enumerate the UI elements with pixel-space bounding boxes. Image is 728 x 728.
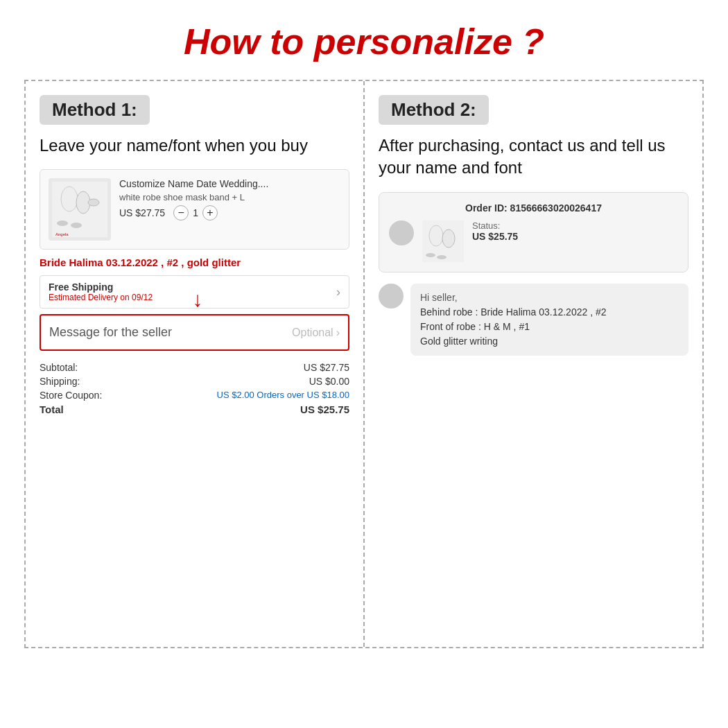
red-arrow-icon: ↓ — [193, 288, 203, 311]
chat-line2: Front of robe : H & M , #1 — [420, 320, 679, 334]
personalization-note: Bride Halima 03.12.2022 , #2 , gold glit… — [40, 257, 349, 268]
optional-label: Optional › — [292, 327, 340, 339]
message-label: Message for the seller — [49, 325, 172, 340]
method2-description: After purchasing, contact us and tell us… — [379, 135, 688, 180]
total-value: US $25.75 — [300, 404, 349, 415]
message-box-wrapper: ↓ Message for the seller Optional › — [40, 314, 349, 351]
svg-text:Angela: Angela — [55, 232, 69, 236]
coupon-value[interactable]: US $2.00 Orders over US $18.00 — [217, 390, 350, 401]
order-id: Order ID: 81566663020026417 — [389, 202, 678, 214]
svg-point-4 — [71, 223, 82, 228]
chat-line1: Behind robe : Bride Halima 03.12.2022 , … — [420, 305, 679, 320]
chat-greeting: Hi seller, — [420, 291, 679, 305]
chat-line3: Gold glitter writing — [420, 334, 679, 349]
order-status-info: Status: US $25.75 — [472, 220, 678, 242]
shipping-title: Free Shipping — [49, 281, 153, 293]
total-label: Total — [40, 404, 64, 415]
message-chevron-icon: › — [336, 327, 340, 339]
method2-panel: Method 2: After purchasing, contact us a… — [365, 81, 702, 647]
coupon-row: Store Coupon: US $2.00 Orders over US $1… — [40, 390, 349, 401]
svg-point-11 — [437, 255, 447, 259]
method2-badge: Method 2: — [379, 95, 489, 125]
svg-point-3 — [57, 220, 68, 226]
coupon-label: Store Coupon: — [40, 390, 102, 401]
shipping-subtitle: Estimated Delivery on 09/12 — [49, 293, 153, 302]
shipping-cost-value: US $0.00 — [309, 376, 349, 387]
shipping-chevron-icon: › — [336, 285, 340, 300]
page-title: How to personalize ? — [184, 21, 544, 62]
message-for-seller-input[interactable]: Message for the seller Optional › — [40, 314, 349, 351]
product-variant: white robe shoe mask band + L — [119, 192, 340, 202]
chat-section: Hi seller, Behind robe : Bride Halima 03… — [379, 284, 688, 356]
shipping-label: Shipping: — [40, 376, 80, 387]
svg-point-9 — [442, 229, 455, 248]
order-detail-row: Status: US $25.75 — [389, 220, 678, 262]
shipping-info: Free Shipping Estimated Delivery on 09/1… — [49, 281, 153, 302]
qty-increase-button[interactable]: + — [202, 205, 218, 220]
subtotal-value: US $27.75 — [304, 362, 349, 373]
status-label: Status: — [472, 220, 678, 231]
quantity-control: − 1 + — [173, 205, 218, 220]
product-name: Customize Name Date Wedding.... — [119, 178, 340, 189]
order-price: US $25.75 — [472, 231, 678, 242]
chat-avatar-icon — [379, 284, 404, 309]
subtotal-row: Subtotal: US $27.75 — [40, 362, 349, 373]
svg-point-10 — [426, 253, 435, 257]
svg-point-8 — [429, 225, 443, 246]
chat-bubble: Hi seller, Behind robe : Bride Halima 03… — [410, 284, 688, 356]
shipping-cost-row: Shipping: US $0.00 — [40, 376, 349, 387]
product-info: Customize Name Date Wedding.... white ro… — [119, 178, 340, 220]
subtotal-label: Subtotal: — [40, 362, 78, 373]
order-card: Order ID: 81566663020026417 Status: US $… — [379, 192, 688, 272]
method1-badge: Method 1: — [40, 95, 150, 125]
total-row: Total US $25.75 — [40, 404, 349, 415]
order-summary: Subtotal: US $27.75 Shipping: US $0.00 S… — [40, 362, 349, 415]
product-card: Angela Customize Name Date Wedding.... w… — [40, 169, 349, 250]
avatar-icon — [389, 220, 414, 245]
main-container: Method 1: Leave your name/font when you … — [24, 80, 704, 648]
method1-description: Leave your name/font when you buy — [40, 135, 349, 157]
qty-value: 1 — [193, 207, 198, 218]
qty-decrease-button[interactable]: − — [173, 205, 189, 220]
method1-panel: Method 1: Leave your name/font when you … — [26, 81, 365, 647]
product-thumbnail: Angela — [49, 178, 111, 241]
svg-point-5 — [88, 199, 99, 206]
shipping-date: 09/12 — [132, 293, 153, 302]
product-price: US $27.75 — [119, 207, 165, 218]
order-item-thumbnail — [422, 220, 464, 262]
svg-point-1 — [61, 187, 78, 211]
chat-message: Hi seller, Behind robe : Bride Halima 03… — [379, 284, 688, 356]
product-price-row: US $27.75 − 1 + — [119, 205, 340, 220]
